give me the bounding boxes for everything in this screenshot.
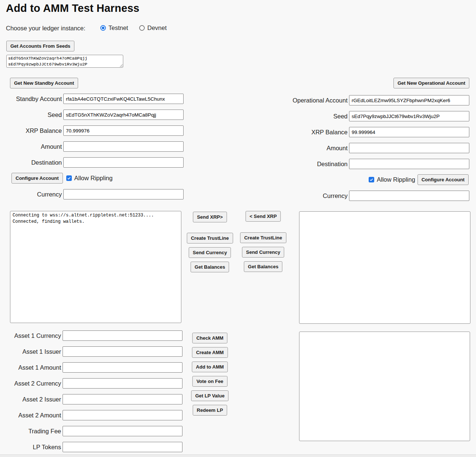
standby-currency-row: Currency (0, 189, 184, 199)
asset2-issuer-input[interactable] (63, 394, 182, 404)
asset2-currency-input[interactable] (63, 378, 182, 389)
radio-testnet[interactable]: Testnet (100, 24, 128, 31)
asset1-amount-label: Asset 1 Amount (0, 364, 61, 371)
radio-devnet-label: Devnet (147, 24, 167, 31)
radio-unselected-icon (139, 25, 145, 31)
operational-get-balances-button[interactable]: Get Balances (244, 261, 282, 272)
create-amm-button[interactable]: Create AMM (192, 347, 228, 358)
operational-results-textarea[interactable] (299, 211, 470, 324)
standby-seed-row: Seed (0, 110, 184, 120)
standby-amount-input[interactable] (63, 141, 184, 152)
operational-seed-input[interactable] (349, 111, 469, 121)
standby-create-trustline-button[interactable]: Create TrustLine (187, 233, 233, 243)
redeem-lp-button[interactable]: Redeem LP (193, 405, 227, 416)
standby-configure-row: Configure Account Allow Rippling (11, 173, 113, 184)
operational-xrp-balance-row: XRP Balance (229, 127, 469, 137)
operational-currency-input[interactable] (349, 191, 469, 201)
standby-results-textarea[interactable]: Connecting to wss://s.altnet.rippletest.… (10, 211, 181, 323)
lp-tokens-input[interactable] (63, 442, 182, 452)
radio-selected-icon (100, 25, 106, 31)
asset1-issuer-row: Asset 1 Issuer (0, 346, 182, 357)
standby-account-row: Standby Account (0, 94, 184, 104)
asset1-currency-row: Asset 1 Currency (0, 330, 182, 341)
operational-send-currency-button[interactable]: Send Currency (242, 247, 284, 258)
operational-allow-rippling-label: Allow Rippling (377, 176, 415, 183)
operational-seed-row: Seed (229, 111, 469, 121)
standby-send-xrp-button[interactable]: Send XRP> (193, 212, 227, 222)
operational-currency-row: Currency (229, 191, 469, 201)
get-lp-value-button[interactable]: Get LP Value (191, 390, 228, 401)
asset2-issuer-label: Asset 2 Issuer (0, 396, 61, 403)
get-new-standby-account-button[interactable]: Get New Standby Account (10, 78, 78, 88)
vote-on-fee-button[interactable]: Vote on Fee (192, 376, 228, 387)
trading-fee-input[interactable] (63, 426, 182, 436)
trading-fee-label: Trading Fee (0, 428, 61, 435)
asset1-amount-row: Asset 1 Amount (0, 362, 182, 373)
operational-account-row: Operational Account (229, 95, 469, 105)
amm-test-harness-page: Add to AMM Test Harness Choose your ledg… (0, 0, 476, 457)
operational-xrp-balance-label: XRP Balance (229, 129, 348, 136)
lp-tokens-label: LP Tokens (0, 444, 61, 451)
asset2-amount-row: Asset 2 Amount (0, 410, 182, 420)
seeds-textarea[interactable]: sEdTG5nXThKWZoV2aqrh47oMCa8Pqjj sEd7Pqy9… (6, 55, 123, 68)
standby-xrp-balance-label: XRP Balance (0, 127, 62, 134)
operational-configure-account-button[interactable]: Configure Account (418, 174, 469, 185)
asset2-amount-label: Asset 2 Amount (0, 412, 61, 419)
asset1-currency-label: Asset 1 Currency (0, 332, 61, 339)
asset1-issuer-input[interactable] (63, 346, 182, 357)
standby-destination-label: Destination (0, 159, 62, 166)
get-new-operational-account-button[interactable]: Get New Operational Account (393, 78, 469, 88)
standby-account-label: Standby Account (0, 95, 62, 103)
page-title: Add to AMM Test Harness (6, 2, 140, 14)
operational-send-xrp-button[interactable]: < Send XRP (245, 211, 281, 222)
radio-testnet-label: Testnet (108, 24, 128, 31)
standby-xrp-balance-input[interactable] (63, 125, 184, 136)
standby-destination-row: Destination (0, 157, 184, 168)
asset2-currency-label: Asset 2 Currency (0, 380, 61, 387)
asset1-issuer-label: Asset 1 Issuer (0, 348, 61, 355)
operational-destination-row: Destination (229, 159, 469, 169)
operational-configure-row: Allow Rippling Configure Account (369, 174, 469, 185)
operational-amount-row: Amount (229, 143, 469, 153)
checkmark-icon (67, 176, 71, 180)
operational-xrp-balance-input[interactable] (349, 127, 469, 137)
standby-get-balances-button[interactable]: Get Balances (191, 262, 229, 272)
standby-currency-input[interactable] (63, 189, 184, 199)
operational-create-trustline-button[interactable]: Create TrustLine (240, 232, 286, 243)
standby-allow-rippling-checkbox[interactable] (66, 175, 72, 181)
standby-send-currency-button[interactable]: Send Currency (189, 247, 231, 258)
operational-seed-label: Seed (229, 113, 348, 120)
standby-currency-label: Currency (0, 191, 62, 198)
standby-account-input[interactable] (63, 94, 184, 104)
trading-fee-row: Trading Fee (0, 426, 182, 436)
asset2-currency-row: Asset 2 Currency (0, 378, 182, 389)
amm-results-textarea[interactable] (299, 332, 470, 441)
standby-destination-input[interactable] (63, 157, 184, 168)
radio-devnet[interactable]: Devnet (139, 24, 167, 31)
operational-amount-label: Amount (229, 145, 348, 152)
operational-destination-label: Destination (229, 161, 348, 168)
asset1-amount-input[interactable] (63, 362, 182, 373)
asset2-issuer-row: Asset 2 Issuer (0, 394, 182, 404)
add-to-amm-button[interactable]: Add to AMM (192, 362, 228, 372)
checkmark-icon (369, 178, 373, 182)
standby-amount-label: Amount (0, 143, 62, 150)
operational-allow-rippling-checkbox[interactable] (369, 177, 374, 182)
lp-tokens-row: LP Tokens (0, 442, 182, 452)
standby-amount-row: Amount (0, 141, 184, 152)
standby-seed-label: Seed (0, 111, 62, 118)
operational-account-input[interactable] (349, 95, 469, 105)
operational-account-label: Operational Account (229, 97, 348, 104)
standby-configure-account-button[interactable]: Configure Account (11, 173, 63, 184)
asset1-currency-input[interactable] (63, 330, 182, 341)
asset2-amount-input[interactable] (63, 410, 182, 420)
operational-destination-input[interactable] (349, 159, 469, 169)
standby-seed-input[interactable] (63, 110, 184, 120)
standby-allow-rippling-label: Allow Rippling (74, 175, 113, 182)
get-accounts-from-seeds-button[interactable]: Get Accounts From Seeds (6, 41, 74, 51)
bottom-edge-strip (0, 454, 476, 457)
check-amm-button[interactable]: Check AMM (192, 333, 227, 343)
operational-amount-input[interactable] (349, 143, 469, 153)
standby-xrp-balance-row: XRP Balance (0, 125, 184, 136)
operational-currency-label: Currency (229, 192, 348, 199)
